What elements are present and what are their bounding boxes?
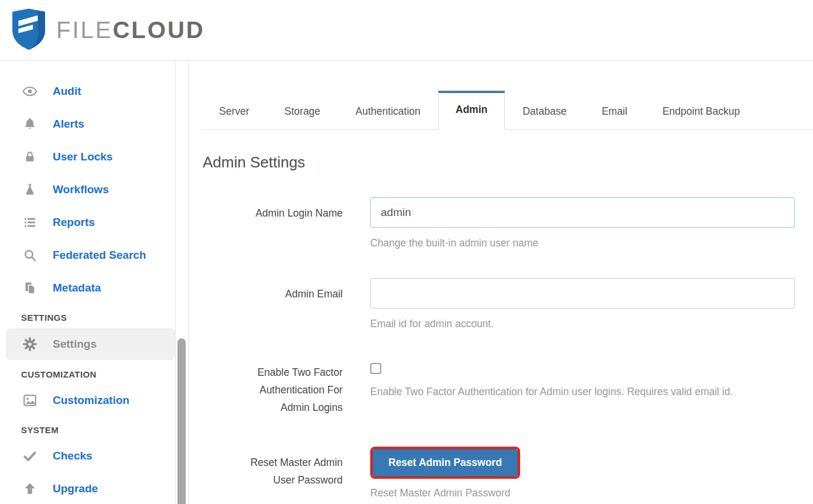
admin-login-name-help: Change the built-in admin user name <box>370 235 795 251</box>
sidebar-item-label: Upgrade <box>53 482 98 495</box>
list-icon <box>22 215 37 230</box>
sidebar-scrollbar-track[interactable] <box>176 61 189 504</box>
form-row-two-factor: Enable Two Factor Authentication For Adm… <box>201 359 813 416</box>
two-factor-help: Enable Two Factor Authentication for Adm… <box>370 383 795 400</box>
form-row-admin-login-name: Admin Login Name Change the built-in adm… <box>201 197 813 251</box>
two-factor-label: Enable Two Factor Authentication For Adm… <box>201 359 343 416</box>
image-icon <box>22 393 37 408</box>
tab-endpoint-backup[interactable]: Endpoint Backup <box>645 92 757 130</box>
copy-icon <box>22 280 37 296</box>
arrow-up-icon <box>22 481 37 496</box>
sidebar-item-label: Audit <box>53 85 81 98</box>
sidebar-item-label: Metadata <box>53 282 101 294</box>
filecloud-logo: FILECLOUD <box>11 6 205 55</box>
sidebar-item-label: Workflows <box>53 183 109 196</box>
sidebar-item-label: User Locks <box>53 150 112 163</box>
tab-email[interactable]: Email <box>584 92 645 130</box>
tab-storage[interactable]: Storage <box>267 92 338 130</box>
flask-icon <box>22 182 37 197</box>
sidebar-section-system: SYSTEM <box>0 417 175 440</box>
admin-email-label: Admin Email <box>201 278 343 332</box>
sidebar: Audit Alerts User Locks Workflows Report <box>0 61 176 504</box>
sidebar-item-workflows[interactable]: Workflows <box>0 173 175 206</box>
sidebar-item-reports[interactable]: Reports <box>0 206 175 239</box>
admin-login-name-input[interactable] <box>370 197 795 228</box>
eye-icon <box>22 84 37 99</box>
sidebar-item-metadata[interactable]: Metadata <box>0 272 175 304</box>
tab-admin[interactable]: Admin <box>438 91 505 130</box>
bell-icon <box>22 116 37 132</box>
sidebar-item-checks[interactable]: Checks <box>0 440 175 472</box>
admin-email-help: Email id for admin account. <box>370 316 795 332</box>
main-content: Server Storage Authentication Admin Data… <box>189 61 813 504</box>
sidebar-item-customization[interactable]: Customization <box>0 384 175 417</box>
sidebar-section-customization: CUSTOMIZATION <box>0 361 175 384</box>
sidebar-item-label: Federated Search <box>53 249 146 262</box>
form-row-reset-password: Reset Master Admin User Password Reset A… <box>201 447 813 501</box>
sidebar-item-label: Checks <box>53 450 93 462</box>
admin-login-name-label: Admin Login Name <box>201 197 343 251</box>
sidebar-section-settings: SETTINGS <box>0 304 175 327</box>
lock-icon <box>22 149 37 164</box>
sidebar-item-upgrade[interactable]: Upgrade <box>0 472 175 504</box>
form-row-admin-email: Admin Email Email id for admin account. <box>201 278 813 332</box>
sidebar-scrollbar-thumb[interactable] <box>177 338 186 504</box>
check-icon <box>22 448 37 464</box>
sidebar-item-label: Customization <box>53 394 129 407</box>
tab-server[interactable]: Server <box>201 92 267 130</box>
wordmark-file: FILE <box>56 17 112 43</box>
sidebar-item-label: Alerts <box>53 118 84 131</box>
reset-admin-password-button[interactable]: Reset Admin Password <box>373 449 518 476</box>
reset-password-help: Reset Master Admin Password <box>370 485 795 501</box>
gear-icon <box>22 337 37 352</box>
tab-authentication[interactable]: Authentication <box>338 92 438 130</box>
admin-settings-form: Admin Login Name Change the built-in adm… <box>201 197 813 501</box>
admin-email-input[interactable] <box>370 278 795 308</box>
sidebar-item-federated-search[interactable]: Federated Search <box>0 239 175 272</box>
sidebar-item-settings[interactable]: Settings <box>6 328 175 360</box>
filecloud-shield-icon <box>11 6 47 55</box>
reset-password-label: Reset Master Admin User Password <box>201 447 343 501</box>
wordmark-cloud: CLOUD <box>112 17 204 43</box>
sidebar-item-label: Reports <box>53 216 95 229</box>
filecloud-wordmark: FILECLOUD <box>56 17 205 43</box>
sidebar-item-label: Settings <box>53 338 97 351</box>
sidebar-item-audit[interactable]: Audit <box>0 75 175 108</box>
page-title: Admin Settings <box>203 153 813 172</box>
tab-database[interactable]: Database <box>505 92 584 130</box>
sidebar-item-user-locks[interactable]: User Locks <box>0 140 175 173</box>
sidebar-item-alerts[interactable]: Alerts <box>0 108 175 140</box>
app-header: FILECLOUD <box>0 0 813 61</box>
search-icon <box>22 248 37 263</box>
settings-tab-bar: Server Storage Authentication Admin Data… <box>201 91 813 130</box>
two-factor-checkbox[interactable] <box>370 363 381 374</box>
